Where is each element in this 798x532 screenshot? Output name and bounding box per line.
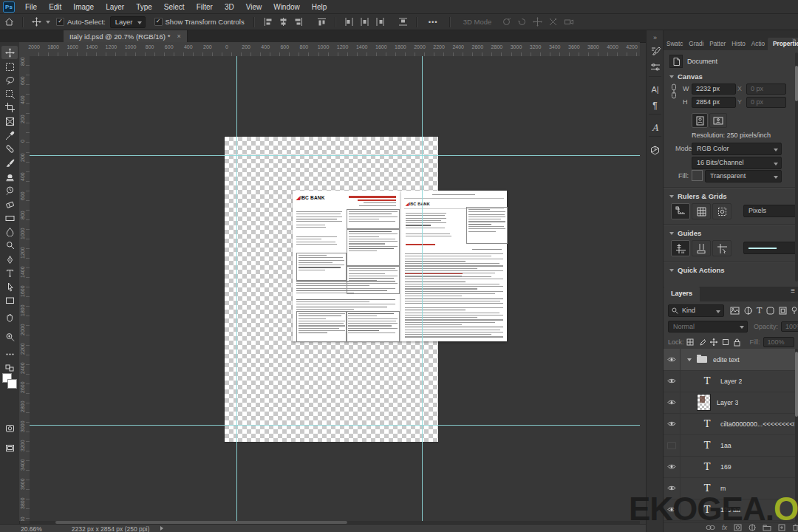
guide-color-select[interactable] [743, 242, 798, 254]
move-tool-preset-icon[interactable] [32, 17, 41, 27]
background-color-swatch[interactable] [7, 379, 17, 389]
crop-tool[interactable] [1, 100, 18, 114]
lasso-tool[interactable] [1, 73, 18, 86]
menu-help[interactable]: Help [306, 3, 333, 11]
layer-row[interactable]: T 169 [664, 456, 795, 478]
path-selection-tool[interactable] [1, 280, 18, 293]
show-transform-checkbox[interactable] [154, 18, 163, 26]
guide-vertical-left[interactable] [236, 56, 237, 521]
rectangle-tool[interactable] [1, 293, 18, 307]
close-tab-icon[interactable]: × [177, 33, 180, 40]
menu-select[interactable]: Select [158, 3, 191, 11]
object-selection-tool[interactable] [1, 87, 18, 100]
properties-scrollbar-thumb[interactable] [795, 66, 798, 101]
preset-chevron-icon[interactable] [46, 21, 50, 24]
guide-vertical-right[interactable] [422, 56, 423, 521]
bit-depth-select[interactable]: 16 Bits/Channel [692, 157, 782, 169]
canvas-section-header[interactable]: Canvas [669, 72, 703, 81]
orientation-landscape-button[interactable] [709, 113, 727, 128]
healing-brush-tool[interactable] [1, 142, 18, 155]
align-top-icon[interactable] [317, 17, 327, 27]
align-left-icon[interactable] [263, 17, 273, 27]
visibility-eye-icon[interactable] [664, 413, 681, 434]
visibility-eye-icon[interactable] [664, 456, 681, 477]
toggle-snap-button[interactable] [712, 203, 732, 219]
layer-fill-field[interactable]: 100% [763, 337, 794, 347]
layers-scrollbar-thumb[interactable] [795, 352, 798, 417]
glyphs-panel-icon[interactable]: A [647, 120, 664, 135]
group-expand-chevron-icon[interactable] [687, 358, 692, 361]
toggle-grid-button[interactable] [692, 203, 711, 219]
collapse-panels-icon[interactable]: » [792, 32, 796, 45]
3d-panel-icon[interactable] [647, 143, 664, 157]
lock-position-icon[interactable] [710, 338, 717, 346]
tab-layers[interactable]: Layers [664, 287, 700, 301]
home-icon[interactable] [4, 17, 14, 27]
tab-history[interactable]: Histo [729, 38, 748, 50]
auto-select-target-dropdown[interactable]: Layer [110, 16, 146, 28]
layer-row[interactable]: T cilta0000000...<<<<<<<<0 d [664, 413, 795, 435]
layer-name[interactable]: Layer 3 [717, 399, 738, 406]
filter-adjustment-layers-icon[interactable] [744, 307, 752, 315]
history-panel-icon[interactable] [647, 44, 664, 58]
screen-mode-icon[interactable] [1, 441, 18, 454]
move-tool[interactable] [1, 46, 18, 59]
lock-all-icon[interactable] [734, 338, 740, 347]
horizontal-ruler[interactable]: 2000180016001400120010008006004002000200… [19, 42, 640, 57]
distribute-right-icon[interactable] [375, 17, 385, 27]
tab-patterns[interactable]: Patter [706, 38, 729, 50]
eraser-tool[interactable] [1, 197, 18, 211]
filter-type-layers-icon[interactable]: T [757, 306, 762, 316]
toggle-rulers-button[interactable] [671, 203, 690, 219]
type-tool[interactable] [1, 266, 18, 279]
statement-page-2[interactable]: ◢IBC BANK [401, 191, 507, 341]
x-field[interactable]: 0 px [746, 83, 786, 95]
blur-tool[interactable] [1, 225, 18, 238]
pen-tool[interactable] [1, 253, 18, 266]
visibility-eye-icon[interactable] [664, 349, 681, 370]
marquee-tool[interactable] [1, 60, 18, 73]
3d-slide-icon[interactable] [548, 17, 558, 27]
collapse-dock-icon[interactable]: » [647, 30, 664, 45]
layer-row-group[interactable]: edite text [664, 349, 795, 371]
width-field[interactable]: 2232 px [692, 83, 736, 95]
edit-toolbar-icon[interactable] [1, 347, 18, 361]
menu-filter[interactable]: Filter [191, 3, 219, 11]
history-brush-tool[interactable] [1, 183, 18, 197]
layer-filter-kind-select[interactable]: Kind [668, 304, 724, 317]
layer-row[interactable]: T Layer 2 [664, 370, 795, 392]
3d-pan-icon[interactable] [533, 17, 542, 27]
photoshop-logo[interactable]: Ps [3, 1, 15, 13]
filter-smart-objects-icon[interactable] [779, 307, 787, 315]
opacity-field[interactable]: 100% [781, 321, 798, 332]
paragraph-panel-icon[interactable]: ¶ [647, 98, 664, 113]
vertical-ruler[interactable]: 8006004002000200400600800100012001400160… [19, 56, 30, 521]
dodge-tool[interactable] [1, 239, 18, 252]
guides-section-header[interactable]: Guides [669, 229, 701, 237]
character-panel-icon[interactable]: A| [647, 82, 664, 97]
canvas-viewport[interactable]: ◢IBC BANK ◢IBC BANK [30, 56, 640, 521]
gradient-tool[interactable] [1, 211, 18, 225]
menu-image[interactable]: Image [67, 3, 100, 11]
layer-name[interactable]: 1aa [720, 442, 732, 449]
menu-file[interactable]: File [19, 3, 43, 11]
clear-guides-button[interactable] [712, 240, 732, 256]
foreground-background-swatches[interactable] [2, 373, 17, 389]
lock-pixels-icon[interactable] [698, 338, 706, 346]
menu-window[interactable]: Window [267, 3, 306, 11]
guide-layout-button[interactable] [692, 240, 711, 256]
distribute-horizontal-icon[interactable] [398, 17, 408, 27]
tab-gradients[interactable]: Gradi [686, 38, 706, 50]
menu-type[interactable]: Type [130, 3, 158, 11]
fill-select[interactable]: Transparent [705, 170, 782, 183]
filter-pixel-layers-icon[interactable] [730, 307, 740, 315]
status-options-chevron-icon[interactable] [160, 526, 163, 531]
layer-name[interactable]: 169 [720, 463, 732, 471]
zoom-level[interactable]: 20.66% [21, 525, 42, 532]
zoom-tool[interactable] [1, 330, 18, 344]
ruler-units-select[interactable]: Pixels [743, 205, 798, 217]
guide-horizontal-top[interactable] [30, 155, 640, 156]
layer-row-hidden[interactable]: T 1aa [664, 434, 795, 457]
quick-actions-section-header[interactable]: Quick Actions [669, 266, 725, 274]
filter-shape-layers-icon[interactable] [766, 307, 774, 315]
